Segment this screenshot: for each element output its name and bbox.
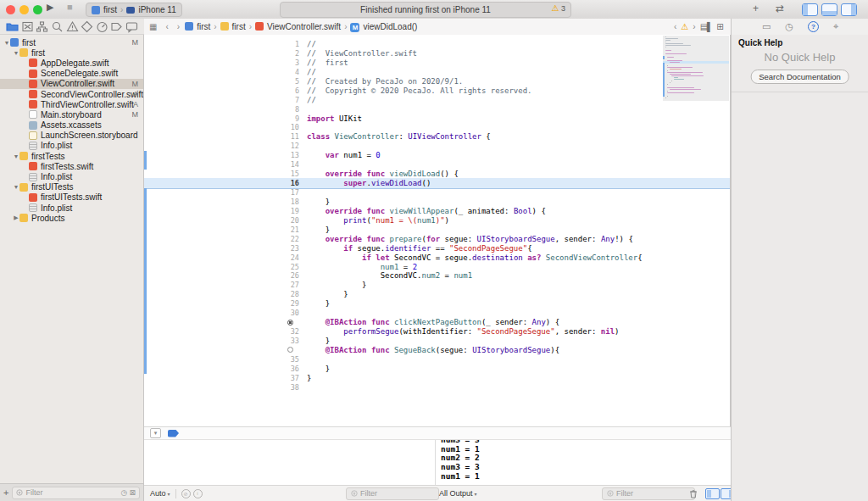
disclosure-triangle[interactable]: ▼ [13,184,19,190]
line-number[interactable]: 26 [281,271,299,281]
line-number[interactable]: 7 [281,96,299,105]
line-number[interactable]: 25 [281,263,299,272]
navigator-filter-input[interactable]: Filter ◷ ⊠ [12,487,140,499]
line-number[interactable]: 5 [281,77,299,86]
line-number[interactable]: 18 [281,198,299,207]
navigator-row-firsttests[interactable]: ▼firstTests [0,151,143,161]
issue-navigator-icon[interactable] [66,20,79,33]
navigator-row-info-plist[interactable]: Info.plist [0,203,143,213]
navigator-row-main-storyboard[interactable]: Main.storyboardM [0,109,143,120]
line-number[interactable]: 37 [281,374,299,383]
line-number[interactable]: 29 [281,299,299,309]
code-review-button[interactable]: ⇄ [776,3,784,14]
minimap[interactable] [663,36,729,101]
source-change-bar[interactable] [144,151,147,170]
line-number[interactable]: 17 [281,188,299,198]
stop-button[interactable]: ■ [67,2,73,12]
console-output[interactable]: num3 = 3 num1 = 1 num2 = 2 num3 = 3 num1… [435,440,731,485]
breadcrumb-item-viewcontroller-swift[interactable]: ViewController.swift [255,22,341,31]
toggle-inspectors-button[interactable] [841,3,857,16]
scm-status-filter-icon[interactable]: ⊠ [129,488,136,497]
project-navigator-icon[interactable] [6,20,19,33]
line-number[interactable]: 13 [281,151,299,160]
find-navigator-icon[interactable] [51,20,64,33]
line-number[interactable]: 16 [281,179,299,188]
quick-help-inspector-icon[interactable]: ? [808,21,819,32]
navigator-row-assets-xcassets[interactable]: Assets.xcassets [0,120,143,131]
variables-view[interactable] [144,440,435,485]
navigator-row-products[interactable]: ▶Products [0,213,143,223]
library-button[interactable]: + [753,3,759,14]
line-number[interactable]: 36 [281,365,299,374]
debug-navigator-icon[interactable] [96,20,108,33]
navigator-row-thirdviewcontroller-swift[interactable]: ThirdViewController.swiftA [0,99,143,109]
navigator-row-firstuitests[interactable]: ▼firstUITests [0,182,143,192]
navigator-row-firstuitests-swift[interactable]: firstUITests.swift [0,192,143,203]
line-number[interactable]: 1 [281,40,299,49]
breadcrumb-item-viewdidload-[interactable]: MviewDidLoad() [350,22,417,31]
line-number[interactable]: 30 [281,309,299,318]
issue-warning-icon[interactable]: ⚠ [681,22,688,31]
console-filter-input[interactable]: Filter [602,487,695,500]
forward-button[interactable]: › [177,22,180,31]
breakpoints-toggle-icon[interactable] [168,430,179,437]
line-number[interactable]: 14 [281,160,299,170]
minimize-window-button[interactable] [19,5,29,14]
search-documentation-button[interactable]: Search Documentation [750,70,849,84]
line-number[interactable]: 38 [281,383,299,392]
line-number[interactable]: 24 [281,253,299,263]
toggle-debug-area-button[interactable] [821,3,837,16]
history-inspector-icon[interactable]: ◷ [785,21,793,32]
line-number[interactable]: 20 [281,216,299,225]
breakpoint-navigator-icon[interactable] [110,20,123,33]
source-control-navigator-icon[interactable] [21,20,34,33]
line-number[interactable]: 10 [281,123,299,132]
line-number[interactable]: 19 [281,207,299,216]
info-filter-icon[interactable]: i [193,489,203,498]
navigator-row-secondviewcontroller-swift[interactable]: SecondViewController.swiftA [0,89,143,99]
disclosure-triangle[interactable]: ▼ [3,40,10,46]
line-number[interactable]: 28 [281,290,299,299]
adjust-editor-icon[interactable]: ⊞ [716,22,723,31]
line-number[interactable]: 8 [281,105,299,114]
line-number[interactable]: 6 [281,86,299,96]
editor-options-icon[interactable]: ▤▌ [700,22,713,31]
navigator-row-first[interactable]: ▼firstM [0,37,143,47]
navigator-row-viewcontroller-swift[interactable]: ViewController.swiftM [0,79,143,89]
navigator-row-appdelegate-swift[interactable]: AppDelegate.swift [0,58,143,68]
line-number[interactable]: 23 [281,244,299,253]
line-number[interactable]: 22 [281,235,299,244]
flag-filter-icon[interactable]: ⊘ [181,489,191,498]
report-navigator-icon[interactable] [125,20,138,33]
line-number[interactable]: 3 [281,58,299,68]
line-number[interactable]: 21 [281,225,299,235]
breadcrumb-item-first[interactable]: first [220,22,246,31]
prev-issue-button[interactable]: ‹ [674,22,676,31]
line-number[interactable]: 33 [281,337,299,346]
clear-console-icon[interactable] [689,489,698,498]
variables-scope-popup[interactable]: Auto▾ [150,489,170,498]
line-number[interactable]: 35 [281,355,299,365]
disclosure-triangle[interactable]: ▶ [13,214,19,221]
navigator-row-scenedelegate-swift[interactable]: SceneDelegate.swift [0,69,143,79]
next-issue-button[interactable]: › [693,22,695,31]
recent-files-filter-icon[interactable]: ◷ [121,488,128,497]
line-number[interactable]: 32 [281,327,299,337]
line-number[interactable]: 15 [281,170,299,179]
accessibility-inspector-icon[interactable]: ⌖ [833,21,838,32]
toggle-navigator-button[interactable] [802,3,818,16]
line-number[interactable]: 2 [281,49,299,58]
add-file-button[interactable]: + [3,487,8,498]
disclosure-triangle[interactable]: ▼ [13,153,19,159]
line-number[interactable]: 4 [281,68,299,77]
source-change-bar[interactable] [144,188,147,374]
back-button[interactable]: ‹ [165,22,168,31]
status-warning-badge[interactable]: ⚠ 3 [552,3,566,13]
navigator-row-info-plist[interactable]: Info.plist [0,141,143,151]
ibaction-unconnected-icon[interactable] [287,347,293,353]
scheme-selector[interactable]: first › iPhone 11 [86,3,182,17]
show-variables-toggle[interactable] [705,488,720,499]
ibaction-connected-icon[interactable] [287,320,293,326]
line-number[interactable]: 27 [281,281,299,290]
close-window-button[interactable] [6,5,15,14]
